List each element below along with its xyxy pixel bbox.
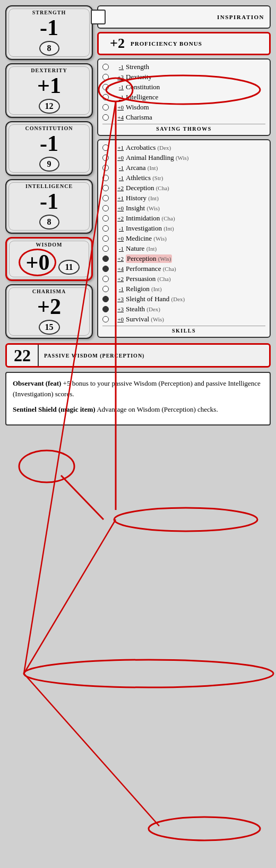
skills-list: +1 Acrobatics (Dex) +0 Animal Handling (… <box>102 143 265 324</box>
skill-row: -1 Arcana (Int) <box>102 164 265 172</box>
saving-throw-row: +4 Charisma <box>102 113 265 122</box>
proficiency-circle <box>102 74 109 80</box>
proficiency-circle <box>102 84 109 90</box>
skill-modifier: +0 <box>111 235 124 242</box>
skill-proficiency-circle <box>102 225 109 232</box>
skill-row: +0 Insight (Wis) <box>102 204 265 212</box>
save-name: Strength <box>126 63 149 71</box>
skill-name: Performance (Cha) <box>126 265 176 273</box>
note-item: Observant (feat) +5 bonus to your passiv… <box>13 378 263 399</box>
skill-row: +2 Perception (Wis) <box>102 254 265 263</box>
skill-modifier: +4 <box>111 266 124 272</box>
constitution-card: CONSTITUTION -1 9 <box>5 121 93 176</box>
skill-proficiency-circle <box>102 245 109 252</box>
save-modifier: -1 <box>111 94 124 100</box>
skill-row: +1 Acrobatics (Dex) <box>102 143 265 152</box>
skill-name: Deception (Cha) <box>126 184 169 192</box>
notes-list: Observant (feat) +5 bonus to your passiv… <box>13 378 263 415</box>
intelligence-card: INTELLIGENCE -1 8 <box>5 179 93 234</box>
skill-name: Intimidation (Cha) <box>126 214 175 223</box>
skill-modifier: +0 <box>111 316 124 322</box>
skill-row: +2 Intimidation (Cha) <box>102 214 265 223</box>
save-modifier: -1 <box>111 64 124 70</box>
skill-modifier: +2 <box>111 215 124 222</box>
skill-name: Religion (Int) <box>126 285 162 293</box>
skill-row: +0 Survival (Wis) <box>102 315 265 324</box>
skill-name: Persuasion (Cha) <box>126 275 171 283</box>
intelligence-score: 8 <box>39 215 59 229</box>
dexterity-card: DEXTERITY +1 12 <box>5 63 93 118</box>
charisma-modifier: +2 <box>11 295 88 318</box>
note-title: Sentinel Shield (magic item) <box>13 405 96 413</box>
skill-proficiency-circle <box>102 175 109 181</box>
proficiency-value: +2 <box>104 36 131 52</box>
skill-proficiency-circle <box>102 256 109 262</box>
skill-modifier: -1 <box>111 165 124 171</box>
strength-score: 8 <box>39 41 59 56</box>
save-modifier: +4 <box>111 114 124 121</box>
skills-title: SKILLS <box>102 326 265 334</box>
proficiency-box: +2 PROFICIENCY BONUS <box>97 32 271 55</box>
skill-row: +0 Medicine (Wis) <box>102 234 265 243</box>
skill-row: +4 Performance (Cha) <box>102 265 265 273</box>
save-name: Constitution <box>126 83 160 91</box>
constitution-modifier: -1 <box>11 132 88 155</box>
proficiency-circle <box>102 114 109 121</box>
skill-row: +3 Stealth (Dex) <box>102 305 265 313</box>
skill-modifier: +1 <box>111 195 124 201</box>
skill-row: +3 Sleight of Hand (Dex) <box>102 295 265 303</box>
passive-wisdom-value: 22 <box>7 345 39 366</box>
charisma-score: 15 <box>39 320 60 335</box>
saving-throw-row: -1 Strength <box>102 63 265 71</box>
saving-throw-row: +3 Dexterity <box>102 73 265 81</box>
inspiration-label: INSPIRATION <box>217 14 264 20</box>
dexterity-score: 12 <box>39 99 60 114</box>
skill-proficiency-circle <box>102 235 109 242</box>
save-modifier: +0 <box>111 104 124 110</box>
skill-modifier: -1 <box>111 286 124 292</box>
skill-proficiency-circle <box>102 205 109 211</box>
skill-row: -1 Investigation (Int) <box>102 224 265 233</box>
constitution-score: 9 <box>39 157 59 172</box>
save-modifier: -1 <box>111 84 124 90</box>
skill-proficiency-circle <box>102 306 109 312</box>
right-column: INSPIRATION +2 PROFICIENCY BONUS -1 Stre… <box>97 5 271 338</box>
intelligence-label: INTELLIGENCE <box>11 183 88 189</box>
skill-modifier: -1 <box>111 175 124 181</box>
skill-modifier: +0 <box>111 155 124 161</box>
wisdom-label: WISDOM <box>11 242 87 248</box>
inspiration-slot[interactable] <box>91 10 106 24</box>
skill-name: Arcana (Int) <box>126 164 158 172</box>
proficiency-circle <box>102 104 109 110</box>
skill-row: -1 Religion (Int) <box>102 285 265 293</box>
saving-throws-list: -1 Strength +3 Dexterity -1 Constitution… <box>102 63 265 122</box>
skill-name: History (Int) <box>126 194 159 202</box>
skill-name: Stealth (Dex) <box>126 305 160 313</box>
svg-point-3 <box>114 508 257 531</box>
skill-modifier: +2 <box>111 256 124 262</box>
strength-card: STRENGTH -1 8 <box>5 5 93 60</box>
character-sheet: STRENGTH -1 8 DEXTERITY +1 12 CONSTITUTI… <box>0 0 276 431</box>
skill-row: +2 Deception (Cha) <box>102 184 265 192</box>
skill-row: -1 Athletics (Str) <box>102 174 265 182</box>
saving-throws-panel: -1 Strength +3 Dexterity -1 Constitution… <box>97 58 271 136</box>
skill-proficiency-circle <box>102 195 109 201</box>
save-name: Charisma <box>126 113 152 122</box>
skill-modifier: +3 <box>111 296 124 302</box>
wisdom-score: 11 <box>58 260 79 275</box>
intelligence-modifier: -1 <box>11 190 88 212</box>
save-name: Intelligence <box>126 93 158 101</box>
svg-point-4 <box>19 450 74 482</box>
skill-name: Nature (Int) <box>126 244 157 253</box>
top-section: STRENGTH -1 8 DEXTERITY +1 12 CONSTITUTI… <box>5 5 271 339</box>
skill-proficiency-circle <box>102 185 109 191</box>
skill-modifier: +1 <box>111 144 124 151</box>
skill-name: Acrobatics (Dex) <box>126 143 171 152</box>
skill-row: -1 Nature (Int) <box>102 244 265 253</box>
svg-point-6 <box>24 660 273 687</box>
skill-modifier: +0 <box>111 205 124 211</box>
note-item: Sentinel Shield (magic item) Advantage o… <box>13 404 263 415</box>
dexterity-modifier: +1 <box>11 74 88 97</box>
dexterity-label: DEXTERITY <box>11 67 88 73</box>
saving-throw-row: -1 Intelligence <box>102 93 265 101</box>
